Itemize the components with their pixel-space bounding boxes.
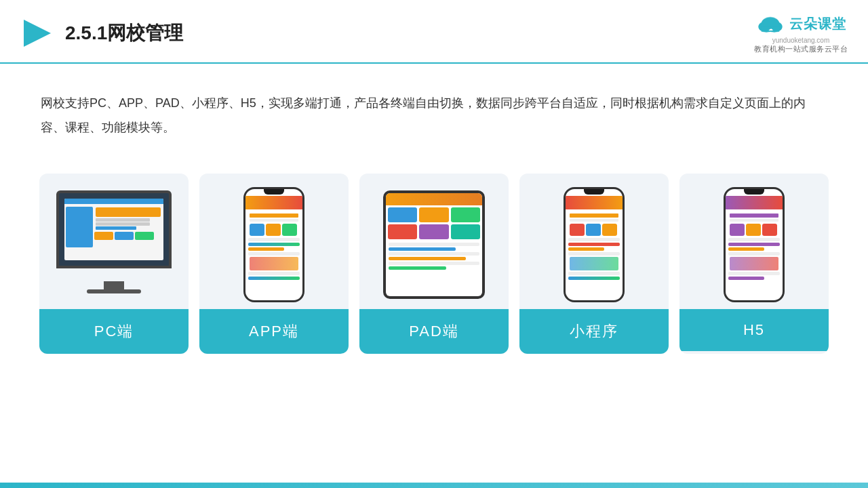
brand-logo: ☁ 云朵课堂 — [755, 12, 846, 35]
tablet-mockup — [383, 190, 485, 299]
phone-app-screen — [245, 189, 302, 300]
phone-h5-screen — [726, 189, 783, 300]
card-h5-label: H5 — [679, 309, 829, 351]
brand-name: 云朵课堂 — [789, 15, 846, 33]
svg-text:☁: ☁ — [768, 26, 773, 31]
card-pc-image — [39, 174, 189, 309]
card-pad-image — [359, 174, 509, 309]
card-pc-label: PC端 — [39, 309, 189, 354]
cloud-icon: ☁ — [755, 12, 785, 35]
bottom-bar — [0, 483, 868, 488]
card-pc: PC端 — [39, 174, 189, 354]
brand-area: ☁ 云朵课堂 yunduoketang.com 教育机构一站式服务云平台 — [754, 12, 848, 54]
pc-base — [104, 281, 124, 289]
pc-screen — [56, 190, 172, 268]
card-app: APP端 — [199, 174, 349, 354]
cards-section: PC端 — [0, 160, 868, 367]
page-title: 2.5.1网校管理 — [65, 20, 183, 46]
card-app-label: APP端 — [199, 309, 349, 354]
phone-mini-screen — [566, 189, 623, 300]
description-text: 网校支持PC、APP、PAD、小程序、H5，实现多端打通，产品各终端自由切换，数… — [0, 64, 868, 153]
card-h5-image — [679, 174, 829, 309]
card-miniprogram-image — [519, 174, 669, 309]
tablet-screen — [386, 193, 482, 296]
card-pad-label: PAD端 — [359, 309, 509, 354]
phone-mini-mockup — [564, 187, 625, 302]
card-app-image — [199, 174, 349, 309]
pc-stand — [87, 289, 141, 293]
svg-marker-0 — [24, 20, 51, 47]
page-header: 2.5.1网校管理 ☁ 云朵课堂 yunduoketang.com 教育机构一站… — [0, 0, 868, 64]
card-miniprogram-label: 小程序 — [519, 309, 669, 354]
header-left: 2.5.1网校管理 — [20, 16, 183, 50]
logo-icon — [20, 16, 54, 50]
brand-tagline: yunduoketang.com 教育机构一站式服务云平台 — [754, 37, 848, 54]
card-miniprogram: 小程序 — [519, 174, 669, 354]
phone-h5-mockup — [724, 187, 785, 302]
pc-mockup — [50, 190, 178, 299]
card-h5: H5 — [679, 174, 829, 354]
phone-app-mockup — [243, 187, 304, 302]
card-pad: PAD端 — [359, 174, 509, 354]
